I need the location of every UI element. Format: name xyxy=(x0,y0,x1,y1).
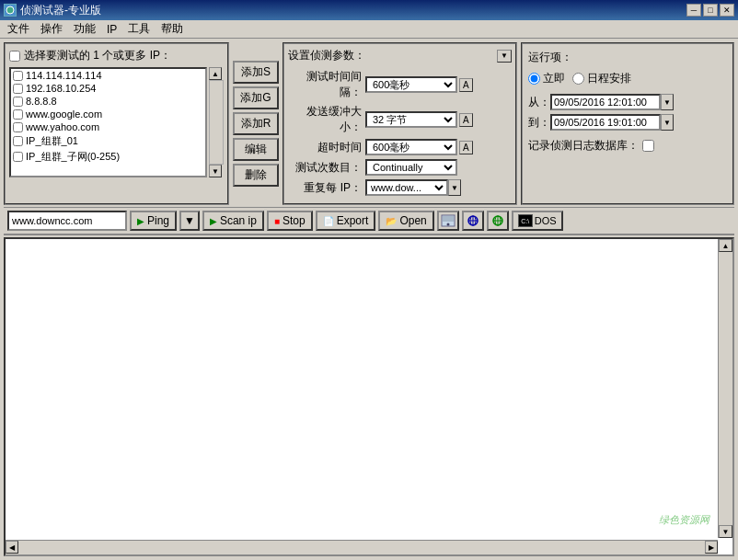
menu-bar: 文件 操作 功能 IP 工具 帮助 xyxy=(0,20,738,39)
dos-icon: C:\ xyxy=(518,214,533,227)
list-item[interactable]: 192.168.10.254 xyxy=(11,82,205,95)
timeout-select[interactable]: 600毫秒 1000毫秒 2000毫秒 xyxy=(365,139,457,155)
export-button[interactable]: 📄 Export xyxy=(316,211,376,231)
log-row: 记录侦测日志数据库： xyxy=(528,138,727,154)
svg-point-3 xyxy=(446,223,449,226)
stop-icon: ■ xyxy=(274,216,280,226)
radio-schedule-input[interactable] xyxy=(572,73,584,85)
menu-operate[interactable]: 操作 xyxy=(35,20,68,38)
scroll-up-btn[interactable]: ▲ xyxy=(209,67,222,80)
open-button[interactable]: 📂 Open xyxy=(378,211,433,231)
result-scroll-track xyxy=(719,252,732,525)
ip-panel: 选择要测试的 1 个或更多 IP： 114.114.114.114 192.16… xyxy=(4,42,229,205)
add-s-button[interactable]: 添加S xyxy=(233,61,279,84)
top-panels: 选择要测试的 1 个或更多 IP： 114.114.114.114 192.16… xyxy=(4,42,734,205)
settings-row-timeout: 超时时间 600毫秒 1000毫秒 2000毫秒 A xyxy=(288,139,512,155)
menu-function[interactable]: 功能 xyxy=(68,20,101,38)
settings-panel: 设置侦测参数： ▼ 测试时间间隔： 600毫秒 1000毫秒 2000毫秒 A … xyxy=(283,42,517,205)
ip-list-box[interactable]: 114.114.114.114 192.168.10.254 8.8.8.8 w… xyxy=(9,67,207,177)
buffer-select[interactable]: 32 字节 64 字节 128 字节 xyxy=(365,111,457,128)
from-date-input[interactable] xyxy=(550,94,661,110)
icon-btn-2[interactable] xyxy=(462,211,484,231)
scan-ip-icon: ▶ xyxy=(210,216,217,226)
schedule-options: 立即 日程安排 xyxy=(528,71,727,86)
menu-tools[interactable]: 工具 xyxy=(122,20,156,38)
main-content: 选择要测试的 1 个或更多 IP： 114.114.114.114 192.16… xyxy=(0,39,738,560)
select-all-checkbox[interactable] xyxy=(9,51,20,62)
settings-title: 设置侦测参数： ▼ xyxy=(288,48,512,63)
settings-row-buffer: 发送缓冲大小： 32 字节 64 字节 128 字节 A xyxy=(288,104,512,135)
ping-button[interactable]: ▶ Ping xyxy=(130,211,177,231)
repeat-ip-area: www.dow... ▼ xyxy=(365,179,461,196)
repeat-ip-select[interactable]: www.dow... xyxy=(365,179,448,196)
url-input[interactable] xyxy=(7,211,127,231)
ip-action-buttons: 添加S 添加G 添加R 编辑 删除 xyxy=(233,42,279,205)
ip-list-scrollbar: ▲ ▼ xyxy=(209,67,224,177)
result-scrollbar: ▲ ▼ xyxy=(718,239,732,538)
ping-icon: ▶ xyxy=(137,216,144,226)
add-r-button[interactable]: 添加R xyxy=(233,112,279,135)
add-g-button[interactable]: 添加G xyxy=(233,86,279,109)
export-icon: 📄 xyxy=(323,216,334,226)
title-buttons: ─ □ ✕ xyxy=(686,4,734,17)
settings-row-count: 测试次数目： Continually 1 10 100 xyxy=(288,159,512,176)
list-item[interactable]: 114.114.114.114 xyxy=(11,69,205,82)
radio-schedule: 日程安排 xyxy=(572,71,631,86)
result-scroll-up[interactable]: ▲ xyxy=(719,239,732,252)
list-item[interactable]: IP_组群_01 xyxy=(11,133,205,149)
run-panel: 运行项： 立即 日程安排 从： ▼ 到： ▼ xyxy=(521,42,734,205)
repeat-ip-dropdown[interactable]: ▼ xyxy=(448,179,461,196)
maximize-button[interactable]: □ xyxy=(703,4,718,17)
toolbar: ▶ Ping ▼ ▶ Scan ip ■ Stop 📄 Export 📂 Ope… xyxy=(4,207,734,235)
result-area[interactable]: ▲ ▼ ◀ ▶ 绿色资源网 xyxy=(4,237,734,556)
interval-a-button[interactable]: A xyxy=(459,78,473,92)
from-row: 从： ▼ xyxy=(528,94,727,110)
ip-panel-title: 选择要测试的 1 个或更多 IP： xyxy=(9,48,224,63)
to-date-dropdown[interactable]: ▼ xyxy=(661,114,674,131)
list-item[interactable]: IP_组群_子网(0-255) xyxy=(11,149,205,165)
run-title: 运行项： xyxy=(528,50,727,65)
list-item[interactable]: 8.8.8.8 xyxy=(11,95,205,108)
icon-btn-3[interactable] xyxy=(487,211,509,231)
ping-dropdown-button[interactable]: ▼ xyxy=(179,211,200,231)
result-scroll-left[interactable]: ◀ xyxy=(6,541,18,554)
menu-file[interactable]: 文件 xyxy=(2,20,35,38)
result-scroll-down[interactable]: ▼ xyxy=(719,525,732,538)
menu-help[interactable]: 帮助 xyxy=(156,20,189,38)
watermark: 绿色资源网 xyxy=(659,513,709,527)
radio-immediate-input[interactable] xyxy=(528,73,540,85)
to-date-input[interactable] xyxy=(550,114,661,131)
edit-button[interactable]: 编辑 xyxy=(233,138,279,161)
list-item[interactable]: www.google.com xyxy=(11,108,205,120)
settings-row-interval: 测试时间间隔： 600毫秒 1000毫秒 2000毫秒 A xyxy=(288,69,512,100)
log-checkbox[interactable] xyxy=(642,140,654,152)
dos-button[interactable]: C:\ DOS xyxy=(512,211,563,231)
result-hscroll: ◀ ▶ xyxy=(6,540,718,554)
close-button[interactable]: ✕ xyxy=(720,4,734,17)
to-row: 到： ▼ xyxy=(528,114,727,131)
settings-row-repeat: 重复每 IP： www.dow... ▼ xyxy=(288,179,512,196)
buffer-a-button[interactable]: A xyxy=(459,113,473,127)
open-icon: 📂 xyxy=(386,216,397,226)
svg-rect-2 xyxy=(443,216,454,222)
menu-ip[interactable]: IP xyxy=(101,22,122,37)
scan-ip-button[interactable]: ▶ Scan ip xyxy=(202,211,264,231)
icon-btn-1[interactable] xyxy=(437,211,459,231)
result-scroll-right[interactable]: ▶ xyxy=(705,541,718,554)
settings-dropdown-arrow[interactable]: ▼ xyxy=(497,50,512,63)
minimize-button[interactable]: ─ xyxy=(686,4,701,17)
count-select[interactable]: Continually 1 10 100 xyxy=(365,159,457,176)
timeout-a-button[interactable]: A xyxy=(459,141,473,154)
from-date-dropdown[interactable]: ▼ xyxy=(661,94,674,110)
radio-immediate: 立即 xyxy=(528,71,565,86)
stop-button[interactable]: ■ Stop xyxy=(267,211,313,231)
title-bar-left: 侦测试器-专业版 xyxy=(4,3,101,18)
scroll-track xyxy=(209,80,224,165)
result-container: ▲ ▼ ◀ ▶ 绿色资源网 xyxy=(4,237,734,556)
interval-select[interactable]: 600毫秒 1000毫秒 2000毫秒 xyxy=(365,76,457,93)
scroll-down-btn[interactable]: ▼ xyxy=(209,165,222,177)
result-hscroll-track xyxy=(18,541,705,554)
svg-point-0 xyxy=(6,6,14,14)
list-item[interactable]: www.yahoo.com xyxy=(11,120,205,133)
delete-button[interactable]: 删除 xyxy=(233,164,279,187)
